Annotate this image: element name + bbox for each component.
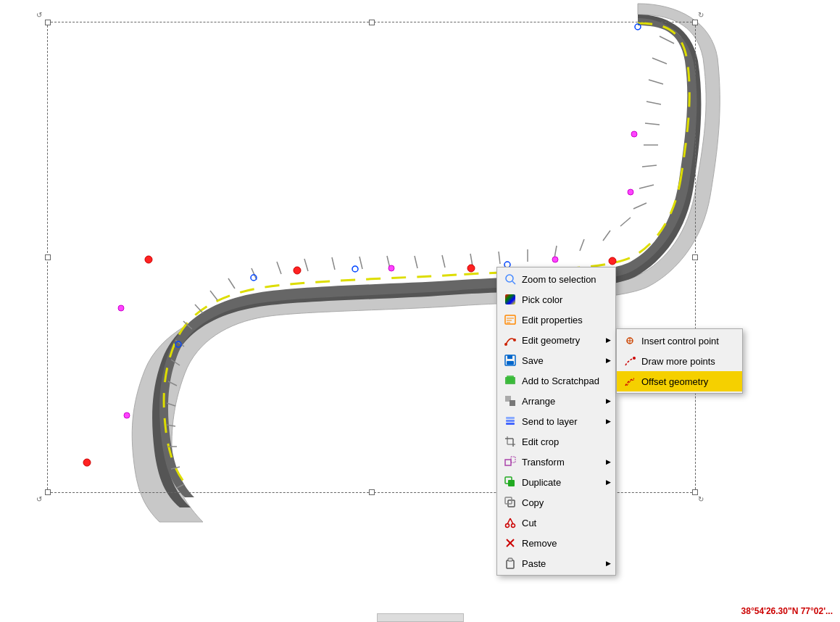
svg-point-84 <box>506 524 510 528</box>
menu-item-zoom[interactable]: Zoom to selection <box>497 269 615 289</box>
menu-item-copy[interactable]: Copy <box>497 492 615 513</box>
menu-item-scratchpad[interactable]: Add to Scratchpad <box>497 370 615 391</box>
svg-point-60 <box>513 339 516 341</box>
submenu-edit-geom: Insert control point Draw more points <box>616 328 743 394</box>
menu-item-paste[interactable]: Paste <box>497 553 615 573</box>
svg-line-0 <box>660 36 674 43</box>
svg-point-52 <box>506 275 513 282</box>
canvas-area: ↺ ↻ ↺ ↻ Zoom to selection <box>0 0 840 622</box>
arrange-icon <box>503 394 517 408</box>
submenu-offset-label: Offset geometry <box>641 376 736 387</box>
coordinates-text: 38°54'26.30"N 77°02'... <box>741 606 833 616</box>
transform-icon <box>503 455 517 469</box>
menu-transform-label: Transform <box>522 457 610 468</box>
menu-item-edit-crop[interactable]: Edit crop <box>497 431 615 452</box>
svg-line-17 <box>415 256 417 268</box>
menu-send-layer-label: Send to layer <box>522 416 610 427</box>
submenu-draw-label: Draw more points <box>641 356 736 367</box>
svg-point-46 <box>631 131 637 137</box>
svg-line-12 <box>554 246 557 258</box>
copy-icon <box>503 495 517 510</box>
svg-line-23 <box>251 268 257 280</box>
svg-point-48 <box>552 257 558 262</box>
cut-icon <box>503 515 517 530</box>
menu-pick-color-label: Pick color <box>522 294 610 305</box>
zoom-icon <box>503 272 517 286</box>
svg-rect-72 <box>506 423 515 425</box>
svg-line-6 <box>642 165 657 167</box>
color-icon <box>503 292 517 307</box>
svg-line-53 <box>512 281 515 284</box>
menu-zoom-label: Zoom to selection <box>522 274 610 285</box>
svg-point-49 <box>388 265 394 271</box>
submenu-item-offset-geom[interactable]: Offset geometry <box>617 371 742 391</box>
svg-line-15 <box>470 254 473 266</box>
svg-line-86 <box>507 518 510 524</box>
menu-remove-label: Remove <box>522 538 610 549</box>
svg-rect-54 <box>505 294 515 304</box>
svg-line-3 <box>646 101 661 104</box>
draw-icon <box>623 354 637 368</box>
svg-line-25 <box>210 291 217 300</box>
svg-line-11 <box>580 239 584 251</box>
svg-point-43 <box>294 267 301 274</box>
scroll-indicator[interactable] <box>377 613 464 622</box>
menu-edit-geom-label: Edit geometry <box>522 335 610 346</box>
submenu-insert-label: Insert control point <box>641 336 736 347</box>
menu-item-send-layer[interactable]: Send to layer <box>497 411 615 431</box>
menu-item-duplicate[interactable]: Duplicate <box>497 472 615 492</box>
svg-line-10 <box>603 231 610 241</box>
svg-point-41 <box>609 257 616 265</box>
menu-item-arrange[interactable]: Arrange <box>497 391 615 411</box>
menu-duplicate-label: Duplicate <box>522 477 610 488</box>
svg-line-19 <box>359 257 362 269</box>
svg-point-47 <box>628 189 633 195</box>
scratch-icon <box>503 373 517 388</box>
menu-item-transform[interactable]: Transform <box>497 452 615 472</box>
menu-arrange-label: Arrange <box>522 396 610 407</box>
menu-cut-label: Cut <box>522 518 610 528</box>
svg-point-85 <box>512 524 515 528</box>
svg-rect-79 <box>505 460 511 465</box>
duplicate-icon <box>503 475 517 489</box>
svg-point-59 <box>504 343 507 346</box>
submenu-item-draw-more[interactable]: Draw more points <box>617 351 742 371</box>
svg-rect-90 <box>507 560 514 568</box>
svg-line-20 <box>332 257 335 270</box>
svg-line-14 <box>499 252 500 264</box>
layer-icon <box>503 414 517 428</box>
menu-item-cut[interactable]: Cut <box>497 513 615 533</box>
svg-line-87 <box>510 518 513 524</box>
menu-item-pick-color[interactable]: Pick color <box>497 289 615 310</box>
submenu-item-insert-cp[interactable]: Insert control point <box>617 331 742 351</box>
context-menu: Zoom to selection Pick colo <box>496 267 616 576</box>
svg-line-2 <box>649 80 663 84</box>
svg-point-51 <box>118 305 124 311</box>
offset-icon <box>623 374 637 389</box>
paste-icon <box>503 556 517 571</box>
svg-line-4 <box>645 123 660 125</box>
menu-edit-crop-label: Edit crop <box>522 436 610 447</box>
svg-rect-66 <box>507 355 512 359</box>
svg-line-22 <box>277 262 281 274</box>
svg-point-38 <box>352 266 358 272</box>
menu-item-edit-props[interactable]: Edit properties <box>497 310 615 330</box>
svg-line-1 <box>652 58 667 64</box>
svg-line-9 <box>620 217 631 226</box>
menu-copy-label: Copy <box>522 497 610 508</box>
svg-rect-69 <box>507 376 514 383</box>
save-icon <box>503 353 517 368</box>
svg-line-7 <box>639 185 654 188</box>
svg-line-8 <box>633 203 646 209</box>
menu-item-edit-geom[interactable]: Edit geometry Insert control point <box>497 330 615 350</box>
svg-line-16 <box>442 255 445 268</box>
menu-item-save[interactable]: Save <box>497 350 615 370</box>
menu-item-remove[interactable]: Remove <box>497 533 615 553</box>
menu-edit-props-label: Edit properties <box>522 315 610 325</box>
svg-point-50 <box>124 412 130 418</box>
geom-icon <box>503 333 517 347</box>
menu-paste-label: Paste <box>522 558 610 569</box>
menu-scratch-label: Add to Scratchpad <box>522 376 610 386</box>
svg-point-42 <box>467 265 475 272</box>
svg-rect-71 <box>510 400 515 406</box>
